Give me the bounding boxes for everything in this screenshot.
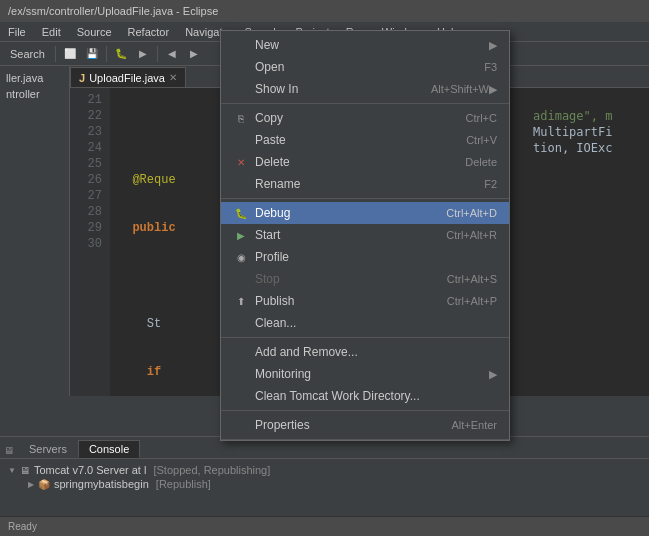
profile-icon: ◉ [233,249,249,265]
stop-icon [233,271,249,287]
ctx-section-2: ⎘ Copy Ctrl+C Paste Ctrl+V ✕ Delete Dele… [221,104,509,199]
ctx-label-publish: Publish [255,294,294,308]
bottom-tab-console-label: Console [89,443,129,455]
ctx-arrow-new: ▶ [489,39,497,52]
ctx-item-stop: Stop Ctrl+Alt+S [221,268,509,290]
ctx-item-profile[interactable]: ◉ Profile [221,246,509,268]
ctx-item-new[interactable]: New ▶ [221,34,509,56]
toolbar-separator-2 [106,46,107,62]
menu-item-edit[interactable]: Edit [34,24,69,40]
toolbar-btn-next[interactable]: ▶ [184,45,204,63]
monitoring-icon [233,366,249,382]
new-icon [233,37,249,53]
ctx-label-rename: Rename [255,177,300,191]
ctx-section-4: Add and Remove... Monitoring ▶ Clean Tom… [221,338,509,411]
menu-item-refactor[interactable]: Refactor [120,24,178,40]
ctx-label-clean-tomcat: Clean Tomcat Work Directory... [255,389,420,403]
ctx-label-monitoring: Monitoring [255,367,311,381]
sidebar: ller.java ntroller [0,66,70,396]
tab-close-icon[interactable]: ✕ [169,72,177,83]
ctx-label-clean: Clean... [255,316,296,330]
toolbar-btn-save[interactable]: 💾 [82,45,102,63]
ctx-shortcut-copy: Ctrl+C [466,112,497,124]
properties-icon [233,417,249,433]
ctx-shortcut-open: F3 [484,61,497,73]
menu-item-file[interactable]: File [0,24,34,40]
paste-icon [233,132,249,148]
servers-icon: 🖥 [0,443,18,458]
tree-label-spring: springmybatisbegin [54,478,149,490]
tree-arrow-spring: ▶ [28,480,34,489]
bottom-tab-servers[interactable]: Servers [18,440,78,458]
sidebar-item-1[interactable]: ller.java [0,70,69,86]
ctx-item-show-in[interactable]: Show In Alt+Shift+W ▶ [221,78,509,100]
ctx-shortcut-properties: Alt+Enter [451,419,497,431]
ctx-shortcut-paste: Ctrl+V [466,134,497,146]
ctx-item-properties[interactable]: Properties Alt+Enter [221,414,509,436]
ctx-label-add-remove: Add and Remove... [255,345,358,359]
ctx-label-show-in: Show In [255,82,298,96]
editor-tab-uploadfile[interactable]: J UploadFile.java ✕ [70,67,186,87]
tree-row-spring[interactable]: ▶ 📦 springmybatisbegin [Republish] [8,477,641,491]
tree-arrow-tomcat: ▼ [8,466,16,475]
ctx-label-stop: Stop [255,272,280,286]
ctx-label-open: Open [255,60,284,74]
context-menu: New ▶ Open F3 Show In Alt+Shift+W ▶ ⎘ Co… [220,30,510,441]
ctx-shortcut-publish: Ctrl+Alt+P [447,295,497,307]
delete-icon: ✕ [233,154,249,170]
tree-row-tomcat[interactable]: ▼ 🖥 Tomcat v7.0 Server at l [Stopped, Re… [8,463,641,477]
line-num-25: 25 [74,156,106,172]
sidebar-item-2[interactable]: ntroller [0,86,69,102]
ctx-item-open[interactable]: Open F3 [221,56,509,78]
status-bar: Ready [0,516,649,536]
title-bar: /ex/ssm/controller/UploadFile.java - Ecl… [0,0,649,22]
ctx-shortcut-start: Ctrl+Alt+R [446,229,497,241]
open-icon [233,59,249,75]
menu-item-source[interactable]: Source [69,24,120,40]
ctx-item-monitoring[interactable]: Monitoring ▶ [221,363,509,385]
debug-icon: 🐛 [233,205,249,221]
bottom-tab-console[interactable]: Console [78,440,140,458]
tab-icon: J [79,72,85,84]
line-num-26: 26 [74,172,106,188]
line-num-21: 21 [74,92,106,108]
ctx-label-profile: Profile [255,250,289,264]
start-icon: ▶ [233,227,249,243]
line-num-30: 30 [74,236,106,252]
tree-suffix-spring: [Republish] [153,478,211,490]
show-in-icon [233,81,249,97]
ctx-item-clean[interactable]: Clean... [221,312,509,334]
rename-icon [233,176,249,192]
line-num-29: 29 [74,220,106,236]
ctx-item-add-remove[interactable]: Add and Remove... [221,341,509,363]
copy-icon: ⎘ [233,110,249,126]
server-tree: ▼ 🖥 Tomcat v7.0 Server at l [Stopped, Re… [0,459,649,495]
clean-tomcat-icon [233,388,249,404]
ctx-item-rename[interactable]: Rename F2 [221,173,509,195]
toolbar-separator-3 [157,46,158,62]
toolbar-btn-debug[interactable]: 🐛 [111,45,131,63]
ctx-item-clean-tomcat[interactable]: Clean Tomcat Work Directory... [221,385,509,407]
ctx-item-delete[interactable]: ✕ Delete Delete [221,151,509,173]
line-num-23: 23 [74,124,106,140]
ctx-section-3: 🐛 Debug Ctrl+Alt+D ▶ Start Ctrl+Alt+R ◉ … [221,199,509,338]
ctx-label-start: Start [255,228,280,242]
search-label: Search [4,48,51,60]
line-num-27: 27 [74,188,106,204]
tomcat-icon: 🖥 [20,465,30,476]
ctx-item-publish[interactable]: ⬆ Publish Ctrl+Alt+P [221,290,509,312]
toolbar-btn-run[interactable]: ▶ [133,45,153,63]
ctx-item-start[interactable]: ▶ Start Ctrl+Alt+R [221,224,509,246]
ctx-item-paste[interactable]: Paste Ctrl+V [221,129,509,151]
ctx-label-debug: Debug [255,206,290,220]
toolbar-btn-new[interactable]: ⬜ [60,45,80,63]
ctx-item-copy[interactable]: ⎘ Copy Ctrl+C [221,107,509,129]
ctx-arrow-show-in: ▶ [489,83,497,96]
line-num-22: 22 [74,108,106,124]
spring-icon: 📦 [38,479,50,490]
ctx-shortcut-delete: Delete [465,156,497,168]
ctx-item-debug[interactable]: 🐛 Debug Ctrl+Alt+D [221,202,509,224]
toolbar-btn-prev[interactable]: ◀ [162,45,182,63]
ctx-section-1: New ▶ Open F3 Show In Alt+Shift+W ▶ [221,31,509,104]
ctx-shortcut-debug: Ctrl+Alt+D [446,207,497,219]
